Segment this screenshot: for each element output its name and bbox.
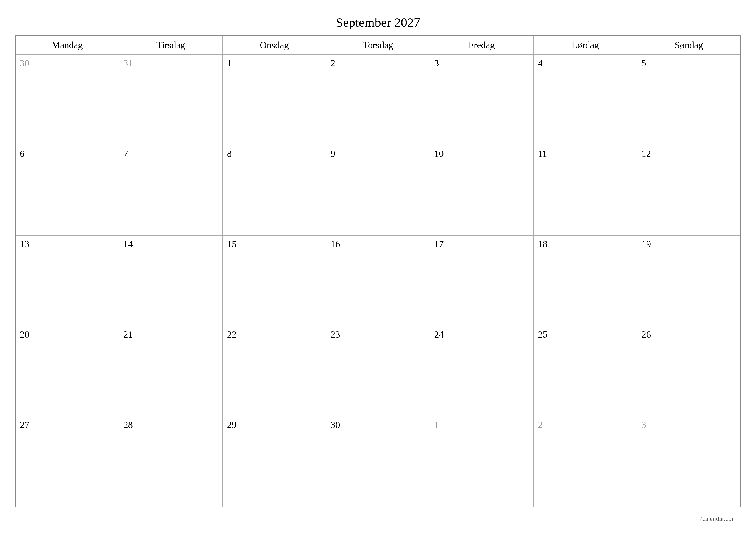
calendar-day-cell: 30 [326,417,430,507]
day-number: 9 [331,148,335,159]
day-number: 1 [434,420,439,430]
calendar-day-cell: 31 [119,55,223,145]
calendar-day-cell: 20 [15,326,119,417]
day-number: 18 [538,239,547,249]
day-number: 16 [331,239,340,249]
day-number: 6 [20,148,25,159]
day-number: 31 [123,58,133,68]
calendar-day-cell: 1 [430,417,533,507]
day-number: 23 [331,329,340,340]
calendar-day-cell: 26 [637,326,741,417]
calendar-day-cell: 1 [223,55,326,145]
day-number: 25 [538,329,547,340]
calendar-day-cell: 27 [15,417,119,507]
calendar-week-row: 13141516171819 [15,236,741,326]
day-number: 29 [227,420,236,430]
day-number: 30 [20,58,29,68]
calendar-week-row: 303112345 [15,55,741,145]
day-number: 3 [434,58,439,68]
weekday-header: Søndag [637,36,741,55]
calendar-day-cell: 11 [533,145,637,236]
weekday-header: Onsdag [223,36,326,55]
calendar-day-cell: 3 [430,55,533,145]
calendar-day-cell: 19 [637,236,741,326]
day-number: 19 [641,239,651,249]
weekday-header: Lørdag [533,36,637,55]
calendar-day-cell: 14 [119,236,223,326]
calendar-day-cell: 8 [223,145,326,236]
calendar-day-cell: 24 [430,326,533,417]
day-number: 28 [123,420,133,430]
day-number: 7 [123,148,128,159]
day-number: 12 [641,148,651,159]
day-number: 26 [641,329,651,340]
day-number: 5 [641,58,646,68]
day-number: 22 [227,329,236,340]
day-number: 2 [331,58,335,68]
calendar-day-cell: 22 [223,326,326,417]
day-number: 21 [123,329,133,340]
calendar-day-cell: 18 [533,236,637,326]
calendar-day-cell: 29 [223,417,326,507]
day-number: 15 [227,239,236,249]
calendar-day-cell: 10 [430,145,533,236]
weekday-header: Tirsdag [119,36,223,55]
calendar-day-cell: 3 [637,417,741,507]
calendar-day-cell: 13 [15,236,119,326]
calendar-day-cell: 7 [119,145,223,236]
weekday-header: Fredag [430,36,533,55]
weekday-header: Torsdag [326,36,430,55]
calendar-day-cell: 9 [326,145,430,236]
day-number: 10 [434,148,444,159]
footer-credit: 7calendar.com [699,515,737,522]
calendar-day-cell: 6 [15,145,119,236]
day-number: 3 [641,420,646,430]
calendar-day-cell: 25 [533,326,637,417]
day-number: 8 [227,148,232,159]
calendar-grid: Mandag Tirsdag Onsdag Torsdag Fredag Lør… [15,35,741,507]
calendar-week-row: 20212223242526 [15,326,741,417]
day-number: 13 [20,239,29,249]
day-number: 24 [434,329,444,340]
day-number: 20 [20,329,29,340]
calendar-body: 3031123456789101112131415161718192021222… [15,55,741,507]
calendar-day-cell: 23 [326,326,430,417]
calendar-day-cell: 30 [15,55,119,145]
day-number: 27 [20,420,29,430]
weekday-header: Mandag [15,36,119,55]
calendar-day-cell: 15 [223,236,326,326]
calendar-week-row: 6789101112 [15,145,741,236]
day-number: 30 [331,420,340,430]
calendar-day-cell: 12 [637,145,741,236]
calendar-day-cell: 2 [533,417,637,507]
calendar-day-cell: 5 [637,55,741,145]
calendar-title: September 2027 [15,15,741,30]
calendar-day-cell: 16 [326,236,430,326]
day-number: 2 [538,420,543,430]
calendar-day-cell: 21 [119,326,223,417]
calendar-day-cell: 2 [326,55,430,145]
day-number: 1 [227,58,232,68]
calendar-day-cell: 28 [119,417,223,507]
calendar-week-row: 27282930123 [15,417,741,507]
day-number: 14 [123,239,133,249]
day-number: 4 [538,58,543,68]
calendar-day-cell: 17 [430,236,533,326]
day-number: 11 [538,148,547,159]
weekday-header-row: Mandag Tirsdag Onsdag Torsdag Fredag Lør… [15,36,741,55]
day-number: 17 [434,239,444,249]
calendar-day-cell: 4 [533,55,637,145]
